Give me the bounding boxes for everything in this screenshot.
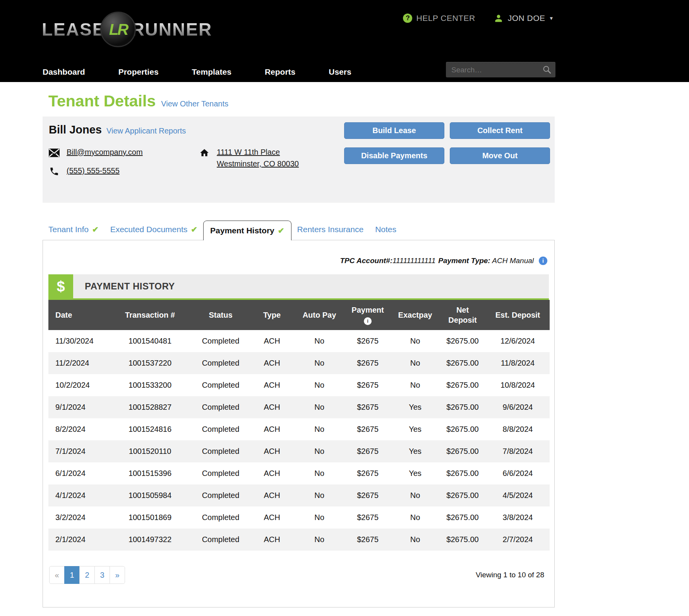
table-cell: 4/1/2024 bbox=[48, 484, 108, 506]
table-cell: No bbox=[294, 352, 344, 374]
tab-notes[interactable]: Notes bbox=[369, 225, 402, 240]
table-cell: 12/6/2024 bbox=[486, 330, 550, 352]
view-applicant-reports-link[interactable]: View Applicant Reports bbox=[106, 127, 186, 135]
table-cell: $2675 bbox=[344, 418, 391, 440]
table-cell: ACH bbox=[250, 440, 294, 462]
search-input[interactable] bbox=[446, 62, 555, 77]
logo-monogram: LR bbox=[109, 21, 127, 38]
pagination-next-button[interactable]: » bbox=[110, 566, 125, 584]
view-other-tenants-link[interactable]: View Other Tenants bbox=[161, 99, 228, 108]
table-cell: No bbox=[391, 506, 439, 529]
payment-history-panel: TPC Account#:111111111111 Payment Type: … bbox=[43, 240, 555, 607]
info-icon[interactable]: i bbox=[539, 257, 547, 265]
table-cell: 10/2/2024 bbox=[48, 374, 108, 396]
table-row: 3/2/20241001501869CompletedACHNo$2675No$… bbox=[48, 506, 550, 529]
table-cell: 1001520110 bbox=[108, 440, 192, 462]
tpc-account-label: TPC Account#: bbox=[340, 257, 392, 265]
table-cell: $2675 bbox=[344, 506, 391, 529]
table-cell: Completed bbox=[192, 440, 250, 462]
payment-history-table: Date Transaction # Status Type Auto Pay … bbox=[48, 300, 550, 551]
build-lease-button[interactable]: Build Lease bbox=[344, 122, 444, 139]
dollar-icon: $ bbox=[48, 274, 73, 298]
column-header-transaction: Transaction # bbox=[108, 300, 192, 330]
tenant-tabs: Tenant Info ✔ Executed Documents ✔ Payme… bbox=[43, 221, 555, 240]
pagination-page-3[interactable]: 3 bbox=[94, 566, 110, 584]
user-menu[interactable]: JON DOE ▾ bbox=[493, 13, 553, 23]
move-out-button[interactable]: Move Out bbox=[450, 147, 550, 164]
column-header-payment: Payment i bbox=[344, 300, 391, 330]
nav-item-properties[interactable]: Properties bbox=[118, 67, 159, 77]
payment-info-icon[interactable]: i bbox=[364, 317, 372, 325]
table-cell: No bbox=[391, 352, 439, 374]
payment-table-body: 11/30/20241001540481CompletedACHNo$2675N… bbox=[48, 330, 550, 551]
tenant-address-line1[interactable]: 1111 W 11th Place bbox=[217, 148, 299, 157]
table-cell: 1001528827 bbox=[108, 396, 192, 418]
table-cell: Yes bbox=[391, 440, 439, 462]
table-cell: 1001505984 bbox=[108, 484, 192, 506]
tab-payment-history[interactable]: Payment History ✔ bbox=[203, 221, 291, 240]
column-header-status: Status bbox=[192, 300, 250, 330]
leaserunner-logo[interactable]: LEASE LR RUNNER bbox=[42, 12, 212, 47]
table-cell: $2675 bbox=[344, 529, 391, 551]
table-cell: $2675.00 bbox=[439, 374, 486, 396]
table-cell: 1001501869 bbox=[108, 506, 192, 529]
table-row: 11/30/20241001540481CompletedACHNo$2675N… bbox=[48, 330, 550, 352]
nav-item-dashboard[interactable]: Dashboard bbox=[43, 67, 85, 77]
table-cell: 1001537220 bbox=[108, 352, 192, 374]
table-cell: No bbox=[294, 330, 344, 352]
search-icon[interactable] bbox=[542, 65, 552, 74]
table-footer: « 1 2 3 » Viewing 1 to 10 of 28 bbox=[48, 566, 549, 584]
table-cell: 1001515396 bbox=[108, 462, 192, 484]
table-cell: Completed bbox=[192, 462, 250, 484]
table-cell: 7/1/2024 bbox=[48, 440, 108, 462]
table-cell: 10/8/2024 bbox=[486, 374, 550, 396]
title-row: Tenant Details View Other Tenants bbox=[43, 92, 555, 110]
nav-item-reports[interactable]: Reports bbox=[265, 67, 295, 77]
table-cell: 7/8/2024 bbox=[486, 440, 550, 462]
collect-rent-button[interactable]: Collect Rent bbox=[450, 122, 550, 139]
table-cell: $2675.00 bbox=[439, 484, 486, 506]
table-cell: $2675.00 bbox=[439, 352, 486, 374]
pagination-page-2[interactable]: 2 bbox=[79, 566, 95, 584]
table-row: 6/1/20241001515396CompletedACHNo$2675Yes… bbox=[48, 462, 550, 484]
account-info-line: TPC Account#:111111111111 Payment Type: … bbox=[48, 257, 547, 265]
table-row: 11/2/20241001537220CompletedACHNo$2675No… bbox=[48, 352, 550, 374]
logo-text-runner: RUNNER bbox=[131, 19, 212, 40]
table-cell: 8/2/2024 bbox=[48, 418, 108, 440]
table-cell: 1001497322 bbox=[108, 529, 192, 551]
table-cell: Yes bbox=[391, 462, 439, 484]
main-nav: Dashboard Properties Templates Reports U… bbox=[43, 67, 385, 77]
table-cell: $2675 bbox=[344, 352, 391, 374]
tab-renters-insurance[interactable]: Renters Insurance bbox=[291, 225, 370, 240]
tab-label: Payment History bbox=[210, 226, 274, 235]
pagination-prev-button[interactable]: « bbox=[49, 566, 65, 584]
table-cell: ACH bbox=[250, 484, 294, 506]
table-cell: $2675.00 bbox=[439, 440, 486, 462]
tenant-email-link[interactable]: Bill@mycompany.com bbox=[67, 148, 143, 157]
table-cell: $2675.00 bbox=[439, 529, 486, 551]
phone-icon bbox=[49, 166, 60, 176]
table-row: 7/1/20241001520110CompletedACHNo$2675Yes… bbox=[48, 440, 550, 462]
tenant-address-line2[interactable]: Westminster, CO 80030 bbox=[217, 159, 299, 168]
column-header-type: Type bbox=[250, 300, 294, 330]
tab-label: Renters Insurance bbox=[297, 225, 364, 234]
help-center-link[interactable]: ? HELP CENTER bbox=[403, 14, 475, 23]
table-cell: 11/8/2024 bbox=[486, 352, 550, 374]
utility-bar: ? HELP CENTER JON DOE ▾ bbox=[403, 13, 553, 23]
table-cell: No bbox=[294, 396, 344, 418]
pagination-page-1[interactable]: 1 bbox=[64, 566, 80, 584]
table-cell: $2675 bbox=[344, 330, 391, 352]
tab-executed-documents[interactable]: Executed Documents ✔ bbox=[105, 225, 203, 240]
disable-payments-button[interactable]: Disable Payments bbox=[344, 147, 444, 164]
tab-tenant-info[interactable]: Tenant Info ✔ bbox=[43, 225, 105, 240]
payment-history-section-header: $ PAYMENT HISTORY bbox=[48, 274, 549, 300]
tenant-phone-link[interactable]: (555) 555-5555 bbox=[67, 166, 120, 175]
table-row: 10/2/20241001533200CompletedACHNo$2675No… bbox=[48, 374, 550, 396]
nav-item-users[interactable]: Users bbox=[329, 67, 351, 77]
table-cell: 3/2/2024 bbox=[48, 506, 108, 529]
table-cell: No bbox=[294, 462, 344, 484]
check-icon: ✔ bbox=[191, 225, 197, 234]
tpc-account-value: 111111111111 bbox=[392, 257, 435, 265]
table-cell: 9/1/2024 bbox=[48, 396, 108, 418]
nav-item-templates[interactable]: Templates bbox=[192, 67, 231, 77]
